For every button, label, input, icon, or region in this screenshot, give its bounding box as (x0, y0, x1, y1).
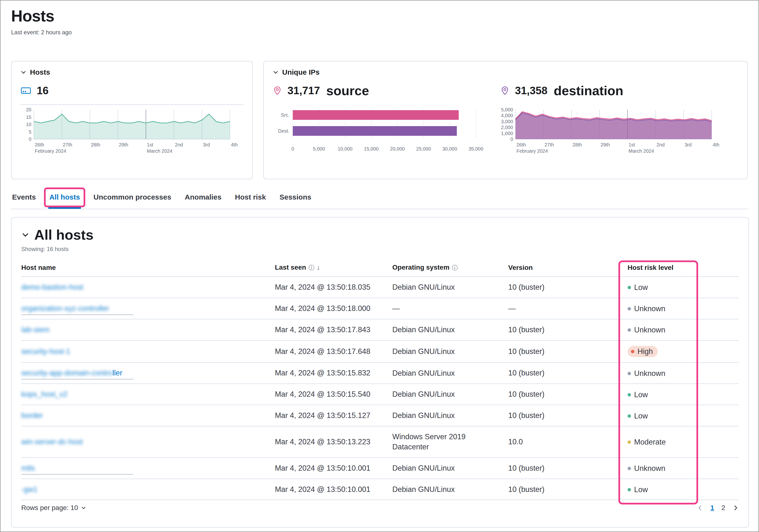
risk-label: Unknown (634, 464, 665, 473)
tab-label: Anomalies (185, 193, 221, 201)
svg-text:Dest.: Dest. (278, 128, 289, 134)
risk-badge: Unknown (627, 464, 665, 473)
tab-anomalies[interactable]: Anomalies (184, 187, 222, 209)
host-name-link[interactable]: -gw1 (21, 485, 37, 494)
next-page-button[interactable] (733, 505, 739, 511)
operating-system-cell: Debian GNU/Linux (392, 479, 508, 500)
operating-system-cell: — (392, 298, 508, 319)
svg-text:5,000: 5,000 (313, 146, 325, 151)
table-row: security-app-domain-controllerMar 4, 202… (21, 363, 739, 384)
prev-page-button[interactable] (697, 505, 703, 511)
page-2-button[interactable]: 2 (721, 504, 725, 512)
showing-count: Showing: 16 hosts (21, 246, 739, 253)
unique-ips-timeline-chart: 26thFebruary 202427th28th29th1stMarch 20… (497, 108, 724, 154)
host-name-link[interactable]: security-app-domain-controller (21, 369, 122, 377)
source-label: source (326, 83, 369, 98)
page-1-button[interactable]: 1 (710, 504, 714, 512)
chevron-left-icon (697, 505, 703, 511)
host-name-redacted: security-app-domain-contro (21, 369, 112, 377)
svg-text:20: 20 (26, 107, 31, 112)
table-header-row: Host name Last seenⓘ↓ Operating systemⓘ … (21, 264, 739, 277)
chevron-down-icon (272, 69, 279, 75)
hosts-kpi-panel: Hosts 16 26thFebruary 202427th28th29th1s… (11, 61, 253, 179)
svg-text:March 2024: March 2024 (147, 148, 173, 154)
tab-events[interactable]: Events (11, 187, 37, 209)
svg-text:3rd: 3rd (685, 142, 692, 147)
rows-per-page-select[interactable]: Rows per page: 10 (21, 504, 86, 512)
unique-ips-panel-title: Unique IPs (282, 68, 320, 76)
host-name-link[interactable]: win-server-dc-host (21, 437, 83, 446)
risk-label: High (637, 347, 653, 356)
risk-dot-icon (631, 350, 634, 353)
svg-text:26th: 26th (35, 142, 44, 147)
last-event-text: Last event: 2 hours ago (11, 29, 72, 36)
tab-label: Uncommon processes (94, 193, 171, 201)
tab-sessions[interactable]: Sessions (279, 187, 312, 209)
host-name-link[interactable]: mtls (21, 464, 35, 472)
col-last-seen[interactable]: Last seenⓘ↓ (275, 264, 392, 277)
svg-text:March 2024: March 2024 (628, 148, 654, 154)
host-risk-cell: Low (627, 277, 739, 298)
table-row: -gw1Mar 4, 2024 @ 13:50:10.001Debian GNU… (21, 479, 739, 500)
col-label: Version (508, 264, 533, 271)
svg-text:27th: 27th (544, 142, 554, 147)
version-cell: 10 (buster) (508, 319, 627, 341)
host-risk-cell: Low (627, 384, 739, 405)
host-name-link[interactable]: lab-siem (21, 325, 50, 334)
host-name-cell: border (21, 405, 275, 426)
version-cell: — (508, 298, 627, 319)
table-row: win-server-dc-hostMar 4, 2024 @ 13:50:13… (21, 426, 739, 458)
risk-dot-icon (627, 488, 631, 491)
operating-system-cell: Debian GNU/Linux (392, 405, 508, 426)
unique-ips-bar-chart: 05,00010,00015,00020,00025,00030,00035,0… (272, 108, 490, 154)
redaction-line (21, 474, 133, 475)
svg-text:0: 0 (291, 146, 294, 151)
svg-text:0: 0 (29, 137, 31, 142)
svg-text:4th: 4th (231, 142, 238, 147)
svg-text:February 2024: February 2024 (35, 148, 66, 154)
col-host-name[interactable]: Host name (21, 264, 275, 277)
source-stat: 31,717 source (272, 83, 369, 98)
all-hosts-heading[interactable]: All hosts (21, 226, 739, 243)
host-risk-cell: Moderate (627, 426, 739, 458)
host-name-link[interactable]: kops_host_v2 (21, 390, 67, 398)
host-name-link[interactable]: demo-bastion-host (21, 283, 83, 291)
risk-badge: Unknown (627, 305, 665, 313)
hosts-count: 16 (37, 85, 49, 97)
host-name-link[interactable]: border (21, 411, 43, 420)
col-version[interactable]: Version (508, 264, 627, 277)
host-name-link[interactable]: organization-xyz-controller (21, 304, 109, 313)
col-host-risk-level[interactable]: Host risk level (627, 264, 739, 277)
version-cell: 10 (buster) (508, 384, 627, 405)
svg-text:26th: 26th (516, 142, 526, 147)
version-cell: 10 (buster) (508, 363, 627, 384)
hosts-page: Hosts Last event: 2 hours ago Hosts 16 2… (0, 0, 759, 532)
host-name-cell: -gw1 (21, 479, 275, 500)
host-name-redacted: -gw1 (21, 485, 37, 494)
host-risk-cell: Unknown (627, 363, 739, 384)
host-name-cell: organization-xyz-controller (21, 298, 275, 319)
host-name-redacted: demo-bastion-host (21, 283, 83, 291)
risk-badge: Low (627, 283, 648, 292)
map-pin-icon (272, 86, 282, 96)
destination-stat: 31,358 destination (500, 83, 623, 98)
sort-desc-icon[interactable]: ↓ (317, 264, 320, 271)
risk-label: Low (634, 485, 648, 494)
svg-text:28th: 28th (573, 142, 582, 147)
svg-text:5,000: 5,000 (501, 107, 513, 112)
tab-host-risk[interactable]: Host risk (234, 187, 267, 209)
hosts-panel-header[interactable]: Hosts (20, 68, 244, 76)
risk-dot-icon (627, 467, 631, 470)
last-seen-cell: Mar 4, 2024 @ 13:50:17.648 (275, 341, 392, 363)
risk-badge: Unknown (627, 326, 665, 334)
kpi-row: Hosts 16 26thFebruary 202427th28th29th1s… (11, 61, 748, 179)
host-risk-cell: Unknown (627, 458, 739, 479)
unique-ips-panel-header[interactable]: Unique IPs (272, 68, 739, 76)
last-seen-cell: Mar 4, 2024 @ 13:50:15.127 (275, 405, 392, 426)
tab-uncommon-processes[interactable]: Uncommon processes (93, 187, 172, 209)
col-operating-system[interactable]: Operating systemⓘ (392, 264, 508, 277)
tab-all-hosts[interactable]: All hosts (48, 187, 81, 209)
svg-text:29th: 29th (601, 142, 610, 147)
risk-label: Unknown (634, 326, 665, 334)
host-name-link[interactable]: security-host-1 (21, 347, 70, 356)
